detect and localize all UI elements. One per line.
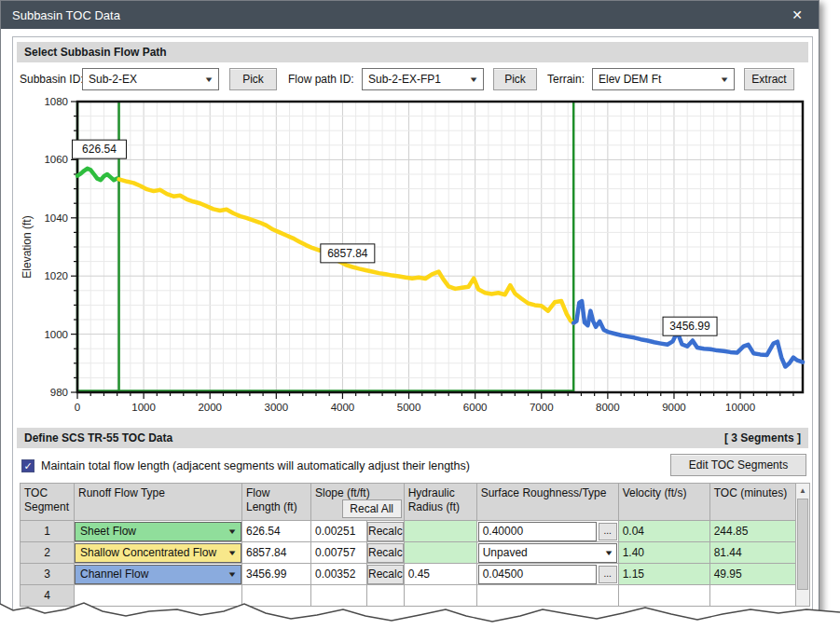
define-toc-title: Define SCS TR-55 TOC Data (24, 431, 172, 444)
hydraulic-radius-cell (404, 542, 476, 564)
maintain-flow-length-row: ✓ Maintain total flow length (adjacent s… (21, 458, 470, 474)
edit-toc-segments-label: Edit TOC Segments (689, 458, 788, 472)
col-velocity: Velocity (ft/s) (618, 484, 709, 521)
svg-text:1040: 1040 (44, 212, 68, 224)
segments-count-badge: [ 3 Segments ] (724, 431, 801, 444)
table-header-row: TOC Segment Runoff Flow Type Flow Length… (21, 484, 798, 521)
pick-subbasin-button[interactable]: Pick (229, 68, 277, 90)
close-icon[interactable]: ✕ (787, 5, 807, 25)
extract-label: Extract (751, 73, 786, 86)
svg-text:3456.99: 3456.99 (669, 320, 710, 333)
flow-type-dropdown[interactable]: Channel Flow▼ (75, 565, 241, 584)
edit-toc-segments-button[interactable]: Edit TOC Segments (670, 454, 806, 476)
y-axis-label: Elevation (ft) (21, 215, 34, 278)
chevron-down-icon: ▼ (468, 75, 478, 84)
col-segment: TOC Segment (21, 484, 75, 521)
subbasin-id-label: Subbasin ID: (20, 69, 84, 90)
toc-cell: 49.95 (709, 564, 797, 585)
terrain-combobox[interactable]: Elev DEM Ft ▼ (592, 68, 735, 90)
scrollbar-thumb[interactable] (797, 499, 808, 590)
svg-text:980: 980 (50, 387, 68, 398)
maintain-flow-length-checkbox[interactable]: ✓ (21, 459, 34, 472)
data-label: 626.54 (72, 140, 126, 158)
col-slope: Slope (ft/ft) Recal All (311, 484, 405, 521)
col-slope-label: Slope (ft/ft) (315, 486, 370, 499)
elevation-profile-chart[interactable]: 0100020003000400050006000700080009000100… (18, 92, 808, 420)
table-row: 2 Shallow Concentrated Flow▼ 6857.84 0.0… (21, 542, 798, 564)
col-toc: TOC (minutes) (709, 484, 797, 521)
title-bar[interactable]: Subbasin TOC Data ✕ (1, 1, 819, 29)
roughness-input[interactable]: 0.04500 (478, 565, 597, 584)
roughness-value: Unpaved (483, 546, 528, 559)
table-row: 1 Sheet Flow▼ 626.54 0.00251 Recalc 0.40… (21, 521, 798, 542)
data-label: 6857.84 (321, 244, 375, 263)
select-flow-path-header: Select Subbasin Flow Path (17, 42, 808, 62)
velocity-cell: 1.40 (618, 542, 709, 564)
chevron-down-icon: ▼ (203, 75, 213, 84)
col-roughness: Surface Roughness/Type (476, 484, 618, 521)
torn-paper-edge (0, 585, 840, 629)
col-hydraulic-radius: Hydraulic Radius (ft) (404, 484, 476, 521)
svg-text:4000: 4000 (331, 402, 355, 413)
flow-type-dropdown[interactable]: Sheet Flow▼ (75, 522, 241, 541)
flow-path-id-label: Flow path ID: (288, 69, 354, 90)
svg-text:1080: 1080 (44, 96, 68, 107)
toc-cell: 244.85 (709, 521, 797, 542)
flow-type-dropdown[interactable]: Shallow Concentrated Flow▼ (75, 543, 241, 563)
data-label: 3456.99 (663, 317, 717, 335)
segment-number: 2 (21, 542, 75, 564)
svg-text:10000: 10000 (725, 402, 755, 413)
select-flow-path-title: Select Subbasin Flow Path (24, 46, 167, 59)
chevron-down-icon: ▼ (227, 549, 237, 557)
chevron-down-icon: ▼ (719, 75, 729, 84)
subbasin-id-combobox[interactable]: Sub-2-EX ▼ (82, 68, 219, 90)
segment-number: 3 (21, 564, 75, 585)
svg-text:6000: 6000 (463, 402, 488, 413)
flow-type-value: Sheet Flow (80, 525, 136, 538)
recalc-button[interactable]: Recalc (367, 565, 404, 584)
pick-flow-path-button[interactable]: Pick (493, 68, 537, 90)
recal-all-button[interactable]: Recal All (342, 499, 402, 518)
velocity-cell: 1.15 (618, 564, 709, 585)
roughness-picker-button[interactable]: ... (599, 566, 617, 583)
flow-type-value: Shallow Concentrated Flow (80, 546, 216, 559)
slope-input[interactable]: 0.00757 (311, 542, 367, 564)
roughness-dropdown[interactable]: Unpaved▼ (478, 543, 617, 563)
slope-input[interactable]: 0.00352 (311, 564, 367, 585)
chevron-down-icon: ▼ (227, 570, 237, 579)
roughness-input[interactable]: 0.40000 (478, 522, 597, 541)
chart-axes: 0100020003000400050006000700080009000100… (21, 96, 793, 413)
slope-input[interactable]: 0.00251 (311, 521, 367, 542)
chart-grid (77, 102, 803, 392)
col-flow-length: Flow Length (ft) (242, 484, 311, 521)
flow-path-id-combobox[interactable]: Sub-2-EX-FP1 ▼ (362, 68, 484, 90)
svg-text:1020: 1020 (44, 270, 68, 281)
toc-cell: 81.44 (709, 542, 797, 564)
pick-flow-path-label: Pick (504, 73, 526, 86)
recalc-button[interactable]: Recalc (367, 543, 404, 563)
col-flow-type: Runoff Flow Type (75, 484, 242, 521)
hydraulic-radius-input[interactable]: 0.45 (404, 564, 476, 585)
terrain-value: Elev DEM Ft (599, 73, 661, 86)
table-row: 3 Channel Flow▼ 3456.99 0.00352 Recalc 0… (21, 564, 798, 585)
svg-text:8000: 8000 (596, 402, 620, 413)
terrain-label: Terrain: (547, 69, 585, 90)
flow-type-value: Channel Flow (80, 567, 148, 581)
chart-svg: 0100020003000400050006000700080009000100… (18, 92, 808, 420)
extract-button[interactable]: Extract (744, 68, 794, 90)
flow-length-input[interactable]: 626.54 (242, 521, 311, 542)
svg-text:3000: 3000 (265, 402, 289, 413)
svg-text:5000: 5000 (397, 402, 421, 413)
window-title: Subbasin TOC Data (12, 8, 787, 22)
svg-text:1060: 1060 (44, 154, 68, 165)
scroll-up-icon[interactable]: ▲ (796, 484, 809, 498)
flow-length-input[interactable]: 3456.99 (242, 564, 311, 585)
segment-number: 1 (21, 521, 75, 542)
flow-length-input[interactable]: 6857.84 (242, 542, 311, 564)
recalc-button[interactable]: Recalc (367, 522, 404, 541)
chevron-down-icon: ▼ (227, 527, 237, 536)
subbasin-toc-dialog: Subbasin TOC Data ✕ Select Subbasin Flow… (0, 0, 819, 629)
velocity-cell: 0.04 (618, 521, 709, 542)
roughness-picker-button[interactable]: ... (599, 523, 617, 540)
maintain-flow-length-label: Maintain total flow length (adjacent seg… (41, 459, 470, 472)
